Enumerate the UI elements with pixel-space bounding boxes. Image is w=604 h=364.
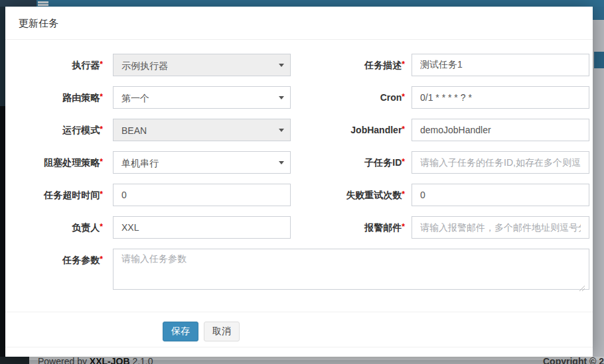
alarm-email-input[interactable] — [412, 216, 589, 239]
job-desc-input[interactable] — [412, 54, 589, 76]
executor-label: 执行器* — [5, 54, 113, 76]
cancel-button[interactable]: 取消 — [204, 322, 240, 341]
retry-count-label: 失败重试次数* — [291, 184, 412, 206]
update-job-form: 执行器* 示例执行器 任务描述* 路由策略* 第一个 Cron* 运行模式* — [5, 40, 593, 292]
content-strip — [593, 20, 604, 357]
chevron-down-icon — [279, 96, 284, 99]
block-strategy-label: 阻塞处理策略* — [5, 151, 113, 174]
job-params-textarea[interactable] — [113, 249, 589, 290]
alarm-email-label: 报警邮件* — [291, 216, 412, 239]
cron-input[interactable] — [412, 86, 589, 109]
child-job-id-label: 子任务ID* — [291, 151, 412, 174]
timeout-label: 任务超时时间* — [5, 184, 113, 206]
sidebar-strip — [0, 106, 5, 364]
glue-type-label: 运行模式* — [5, 119, 113, 141]
modal-title: 更新任务 — [5, 7, 593, 40]
form-row-executor-desc: 执行器* 示例执行器 任务描述* — [5, 54, 593, 76]
sidebar-corner — [0, 357, 29, 364]
sidebar-strip — [0, 7, 5, 106]
executor-select[interactable]: 示例执行器 — [113, 54, 291, 76]
divider — [5, 312, 593, 312]
child-job-id-input[interactable] — [412, 151, 589, 174]
retry-count-input[interactable] — [412, 184, 589, 206]
form-row-job-params: 任务参数* — [5, 249, 593, 292]
form-row-block-childjob: 阻塞处理策略* 单机串行 子任务ID* — [5, 151, 593, 174]
job-handler-label: JobHandler* — [291, 119, 412, 141]
glue-type-select[interactable]: BEAN — [113, 119, 291, 141]
author-label: 负责人* — [5, 216, 113, 239]
route-strategy-label: 路由策略* — [5, 86, 113, 109]
divider — [5, 347, 593, 347]
chevron-down-icon — [279, 161, 284, 164]
footer-powered-by: Powered by XXL-JOB 2.1.0 — [38, 356, 153, 364]
update-job-modal: 更新任务 执行器* 示例执行器 任务描述* 路由策略* 第一个 Cron* — [5, 7, 593, 357]
background-button — [594, 52, 604, 68]
author-input[interactable] — [113, 216, 291, 239]
job-params-label: 任务参数* — [5, 249, 113, 271]
route-strategy-select[interactable]: 第一个 — [113, 86, 291, 109]
form-row-author-email: 负责人* 报警邮件* — [5, 216, 593, 239]
chevron-down-icon — [279, 64, 284, 67]
form-row-route-cron: 路由策略* 第一个 Cron* — [5, 86, 593, 109]
form-row-gluetype-handler: 运行模式* BEAN JobHandler* — [5, 119, 593, 141]
block-strategy-select[interactable]: 单机串行 — [113, 151, 291, 174]
logo-area — [0, 0, 37, 7]
save-button[interactable]: 保存 — [163, 322, 198, 341]
navbar — [0, 0, 604, 7]
job-desc-label: 任务描述* — [291, 54, 412, 76]
navbar-strip — [593, 7, 604, 20]
cron-label: Cron* — [291, 86, 412, 109]
job-handler-input[interactable] — [412, 119, 589, 141]
modal-actions: 保存 取消 — [163, 322, 593, 341]
timeout-input[interactable] — [113, 184, 291, 206]
footer-copyright: Copyright © 2 — [543, 356, 604, 364]
form-row-timeout-retry: 任务超时时间* 失败重试次数* — [5, 184, 593, 206]
chevron-down-icon — [279, 129, 284, 132]
